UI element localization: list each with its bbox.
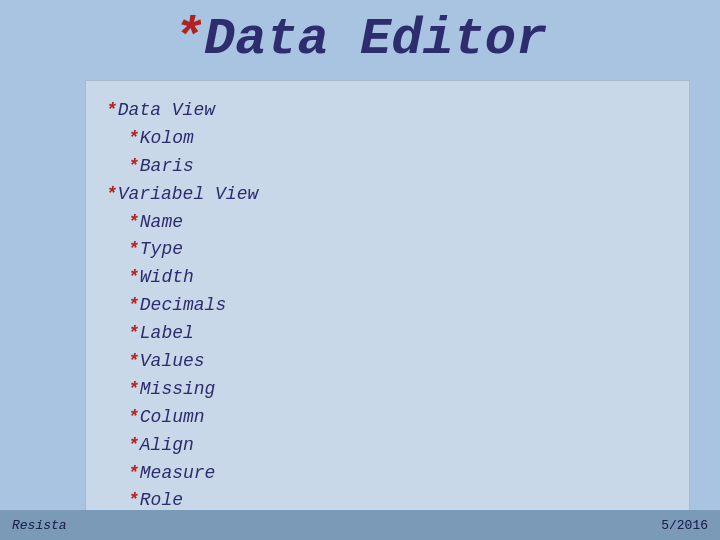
list-item-data-view: * Data View xyxy=(106,97,669,125)
list-item-align: * Align xyxy=(128,432,669,460)
title-text: Data Editor xyxy=(204,10,547,69)
list-item-missing: * Missing xyxy=(128,376,669,404)
label-decimals: Decimals xyxy=(140,292,226,320)
label-width: Width xyxy=(140,264,194,292)
footer-right: 5/2016 xyxy=(661,518,708,533)
list-item-baris: * Baris xyxy=(128,153,669,181)
star-icon-8: * xyxy=(128,292,139,320)
label-name: Name xyxy=(140,209,183,237)
star-icon-3: * xyxy=(128,153,139,181)
list-item-decimals: * Decimals xyxy=(128,292,669,320)
title-star: * xyxy=(173,10,204,69)
list-item-measure: * Measure xyxy=(128,460,669,488)
star-icon-1: * xyxy=(106,97,117,125)
star-icon-11: * xyxy=(128,376,139,404)
star-icon-5: * xyxy=(128,209,139,237)
main-content: * Data View * Kolom * Baris * Variabel V… xyxy=(85,80,690,536)
list-item-label: * Label xyxy=(128,320,669,348)
list-item-name: * Name xyxy=(128,209,669,237)
star-icon-12: * xyxy=(128,404,139,432)
label-type: Type xyxy=(140,236,183,264)
list-item-type: * Type xyxy=(128,236,669,264)
label-missing: Missing xyxy=(140,376,216,404)
list-item-kolom: * Kolom xyxy=(128,125,669,153)
star-icon-10: * xyxy=(128,348,139,376)
star-icon-14: * xyxy=(128,460,139,488)
star-icon-7: * xyxy=(128,264,139,292)
list-item-values: * Values xyxy=(128,348,669,376)
page-background: *Data Editor * Data View * Kolom * Baris… xyxy=(0,0,720,540)
label-align: Align xyxy=(140,432,194,460)
list-item-width: * Width xyxy=(128,264,669,292)
star-icon-13: * xyxy=(128,432,139,460)
label-label: Label xyxy=(140,320,194,348)
content-box: * Data View * Kolom * Baris * Variabel V… xyxy=(85,80,690,536)
list-item-column: * Column xyxy=(128,404,669,432)
star-icon-2: * xyxy=(128,125,139,153)
title-area: *Data Editor xyxy=(0,10,720,69)
list-item-variabel-view: * Variabel View xyxy=(106,181,669,209)
star-icon-4: * xyxy=(106,181,117,209)
star-icon-9: * xyxy=(128,320,139,348)
label-column: Column xyxy=(140,404,205,432)
footer-left: Resista xyxy=(12,518,67,533)
label-data-view: Data View xyxy=(118,97,215,125)
label-variabel-view: Variabel View xyxy=(118,181,258,209)
bottom-bar: Resista 5/2016 xyxy=(0,510,720,540)
label-baris: Baris xyxy=(140,153,194,181)
label-measure: Measure xyxy=(140,460,216,488)
star-icon-6: * xyxy=(128,236,139,264)
label-values: Values xyxy=(140,348,205,376)
label-kolom: Kolom xyxy=(140,125,194,153)
